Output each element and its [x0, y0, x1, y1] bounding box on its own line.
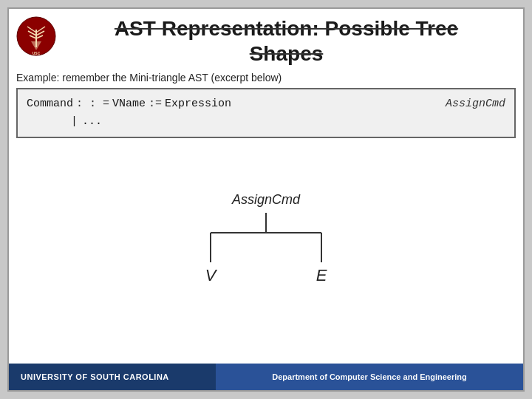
code-command: Command [27, 95, 73, 113]
code-ellipsis: ... [82, 113, 102, 131]
example-label: Example: remember the Mini-triangle AST … [9, 70, 523, 88]
tree-child-v-label: V [205, 266, 216, 285]
code-line1: Command : : = VName := Expression Assign… [27, 95, 505, 113]
code-box: Command : : = VName := Expression Assign… [16, 88, 516, 138]
code-line2: | ... [27, 113, 505, 131]
tree-child-e-label: E [316, 266, 327, 285]
assign-cmd-inline: AssignCmd [446, 95, 505, 113]
header: USC AST Representation: Possible Tree Sh… [9, 9, 523, 70]
tree-lines-svg [155, 192, 377, 310]
code-sep1: : : = [76, 95, 109, 113]
footer-university-label: UNIVERSITY OF SOUTH CAROLINA [9, 364, 216, 390]
footer: UNIVERSITY OF SOUTH CAROLINA Department … [9, 364, 523, 390]
code-vname: VName [112, 95, 146, 113]
slide: USC AST Representation: Possible Tree Sh… [7, 7, 525, 392]
tree-container: AssignCmd V E [155, 192, 377, 310]
svg-text:USC: USC [33, 51, 41, 55]
usc-logo: USC [16, 16, 57, 57]
slide-title: AST Representation: Possible Tree Shapes [64, 16, 508, 66]
title-block: AST Representation: Possible Tree Shapes [64, 16, 508, 66]
footer-department-label: Department of Computer Science and Engin… [216, 364, 523, 390]
tree-area: AssignCmd V E [9, 138, 523, 364]
code-expression: Expression [165, 95, 231, 113]
code-sep2: := [149, 95, 162, 113]
code-pipe: | [71, 113, 78, 131]
